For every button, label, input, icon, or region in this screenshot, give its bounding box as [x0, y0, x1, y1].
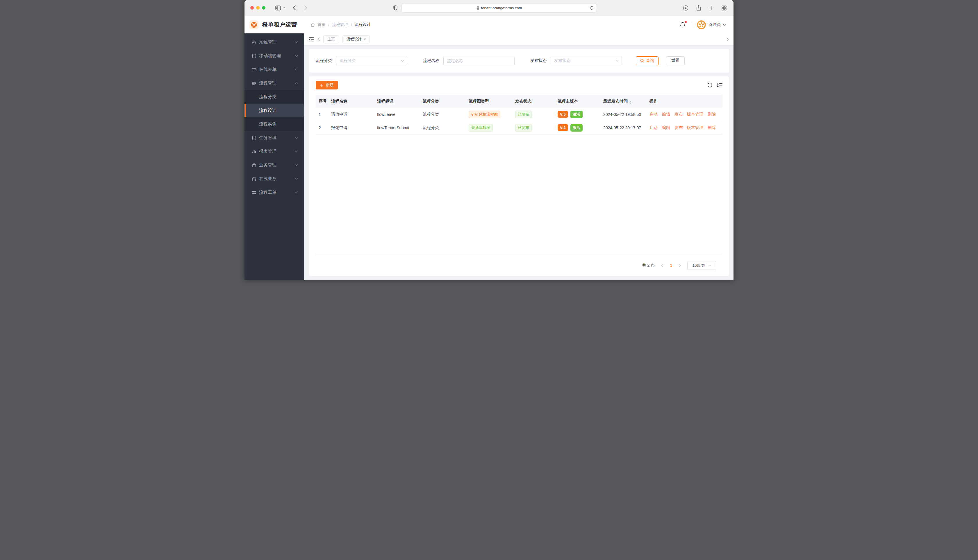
share-icon[interactable] [696, 5, 701, 11]
minimize-window-button[interactable] [256, 6, 260, 10]
table-empty-area [316, 135, 722, 255]
avatar[interactable] [697, 20, 706, 29]
delete-link[interactable]: 删除 [708, 112, 716, 117]
sidebar-item-online-business[interactable]: 在线业务 [244, 172, 304, 186]
refresh-icon[interactable] [707, 82, 712, 88]
chevron-down-icon [401, 60, 404, 62]
next-page-icon[interactable] [679, 264, 681, 268]
back-button[interactable] [293, 5, 296, 10]
sliders-icon [251, 81, 257, 86]
filter-name-input-wrap [443, 56, 515, 65]
chevron-down-icon [295, 41, 298, 43]
forward-button[interactable] [304, 5, 307, 10]
bag-icon [251, 163, 257, 168]
close-window-button[interactable] [250, 6, 254, 10]
col-actions: 操作 [649, 99, 722, 104]
bar-chart-icon [251, 149, 257, 154]
filter-panel: 流程分类 流程分类 流程名称 发布状态 发布状态 [309, 49, 729, 73]
chevron-down-icon [295, 137, 298, 139]
version-manage-link[interactable]: 版本管理 [687, 112, 703, 117]
plus-icon [320, 83, 324, 87]
tabs-scroll-left-icon[interactable] [318, 37, 320, 41]
published-at: 2024-05-22 19:58:50 [603, 112, 649, 117]
sidebar-item-online-forms[interactable]: 在线表单 [244, 63, 304, 77]
username[interactable]: 管理员 [709, 22, 721, 27]
reset-button[interactable]: 重置 [666, 57, 685, 65]
flow-name: 请假申请 [331, 112, 377, 117]
publish-status-tag: 已发布 [515, 124, 532, 132]
chevron-up-icon [295, 82, 298, 84]
chevron-down-icon [295, 55, 298, 57]
sidebar-item-mobile[interactable]: 移动端管理 [244, 49, 304, 63]
edit-link[interactable]: 编辑 [662, 125, 670, 130]
breadcrumb-section[interactable]: 流程管理 [332, 22, 348, 27]
chevron-down-icon [295, 192, 298, 193]
sidebar-item-reports[interactable]: 报表管理 [244, 145, 304, 158]
breadcrumb: 首页 / 流程管理 / 流程设计 [311, 22, 371, 27]
col-version: 流程主版本 [558, 99, 603, 104]
create-button[interactable]: 新建 [316, 81, 338, 90]
filter-name-input[interactable] [447, 58, 511, 63]
app-logo [249, 20, 259, 29]
start-link[interactable]: 启动 [649, 125, 658, 130]
filter-category-select[interactable]: 流程分类 [336, 56, 407, 65]
filter-status-select[interactable]: 发布状态 [551, 56, 622, 65]
filter-name-label: 流程名称 [423, 58, 439, 63]
col-diagram-type: 流程图类型 [469, 99, 515, 104]
publish-link[interactable]: 发布 [674, 112, 683, 117]
sidebar-item-flow-category[interactable]: 流程分类 [244, 90, 304, 104]
sidebar-item-workflow[interactable]: 流程管理 [244, 77, 304, 90]
collapse-menu-icon[interactable] [309, 37, 314, 42]
browser-toolbar: tenant.orangeforms.com [244, 0, 734, 16]
address-bar[interactable]: tenant.orangeforms.com [401, 3, 597, 12]
delete-link[interactable]: 删除 [708, 125, 716, 130]
sidebar-item-business[interactable]: 业务管理 [244, 158, 304, 172]
col-key: 流程标识 [377, 99, 423, 104]
zoom-window-button[interactable] [262, 6, 266, 10]
sidebar-item-system[interactable]: 系统管理 [244, 35, 304, 49]
publish-link[interactable]: 发布 [674, 125, 683, 130]
reload-icon[interactable] [590, 6, 593, 10]
tab-overview-icon[interactable] [722, 5, 727, 10]
version-manage-link[interactable]: 版本管理 [687, 125, 703, 130]
sort-icon[interactable] [629, 101, 632, 104]
breadcrumb-home[interactable]: 首页 [318, 22, 326, 27]
sidebar-item-tasks[interactable]: 任务管理 [244, 131, 304, 145]
col-name: 流程名称 [331, 99, 377, 104]
headset-icon [251, 176, 257, 182]
page-number[interactable]: 1 [670, 263, 672, 268]
row-height-icon[interactable] [717, 83, 722, 88]
notifications-bell-icon[interactable] [680, 22, 685, 28]
search-icon [640, 59, 644, 63]
browser-window: tenant.orangeforms.com [244, 0, 734, 280]
sidebar-toggle-icon[interactable] [275, 5, 281, 10]
tab-bar: 主页 流程设计 × [304, 33, 734, 45]
page-size-select[interactable]: 10条/页 [687, 261, 716, 270]
chevron-down-icon [615, 60, 619, 62]
user-menu-chevron-icon[interactable] [723, 24, 726, 26]
sidebar-menu-chevron-icon[interactable] [283, 7, 285, 9]
downloads-icon[interactable] [683, 5, 689, 11]
search-button[interactable]: 查询 [636, 57, 659, 65]
flow-category: 流程分类 [423, 125, 469, 130]
col-published-at[interactable]: 最近发布时间 [603, 99, 649, 104]
filter-category-label: 流程分类 [316, 58, 332, 63]
start-link[interactable]: 启动 [649, 112, 658, 117]
edit-link[interactable]: 编辑 [662, 112, 670, 117]
privacy-shield-icon[interactable] [393, 5, 398, 10]
tab-flow-design[interactable]: 流程设计 × [343, 35, 370, 43]
sidebar-item-flow-design[interactable]: 流程设计 [244, 104, 304, 117]
workflow-submenu: 流程分类 流程设计 流程实例 [244, 90, 304, 131]
new-tab-icon[interactable] [709, 5, 714, 10]
close-tab-icon[interactable]: × [364, 37, 366, 41]
prev-page-icon[interactable] [661, 264, 664, 268]
flow-table: 序号 流程名称 流程标识 流程分类 流程图类型 发布状态 流程主版本 最近发布时… [316, 95, 722, 276]
form-icon [251, 67, 257, 72]
tabs-scroll-right-icon[interactable] [727, 37, 729, 41]
chevron-down-icon [708, 265, 711, 267]
notification-badge [685, 21, 687, 23]
tab-home[interactable]: 主页 [323, 35, 339, 43]
sidebar-item-flow-instance[interactable]: 流程实例 [244, 117, 304, 131]
breadcrumb-current: 流程设计 [355, 22, 371, 27]
sidebar-item-work-orders[interactable]: 流程工单 [244, 186, 304, 199]
